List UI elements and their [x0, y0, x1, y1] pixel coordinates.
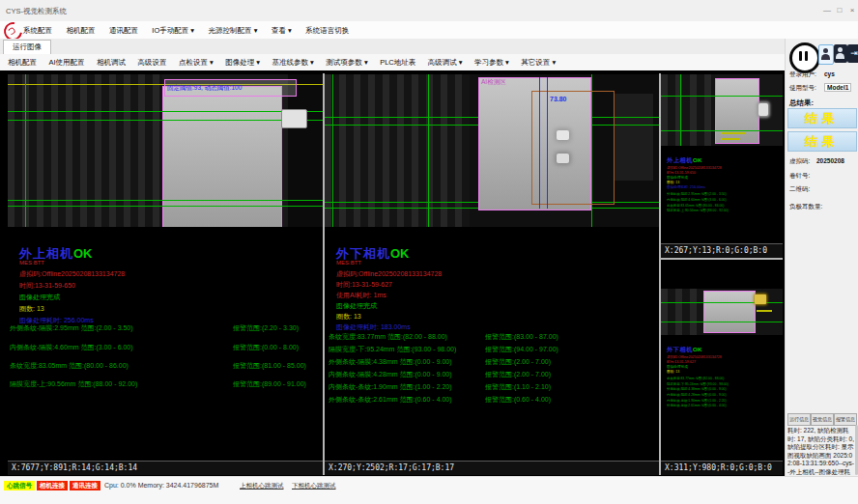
comm-link-status-badge: 通讯连接 [70, 481, 100, 490]
measure-line-blue [547, 77, 548, 209]
camera-small-top-image[interactable] [661, 74, 783, 146]
tool-advanced-settings[interactable]: 高级设置 [137, 58, 166, 68]
machine-background [325, 74, 470, 227]
pixel-coordinate-readout: X:267;Y:13;R:0;G:0;B:0 [661, 243, 783, 258]
menu-system-config[interactable]: 系统配置 [23, 26, 52, 36]
result-ok: OK [73, 246, 93, 261]
exit-button[interactable]: ⇥ [847, 44, 858, 63]
menu-comm-config[interactable]: 通讯配置 [109, 26, 138, 36]
done-line: 图像处理完成 [336, 301, 377, 311]
measurement-row: 条纹宽度:83.77mm 范围:(82.00 - 88.00)报警范围:(83.… [329, 332, 447, 342]
minimize-button[interactable]: — [821, 5, 833, 16]
user-login-button[interactable] [818, 44, 834, 65]
menu-view[interactable]: 查看 ▾ [272, 26, 292, 36]
user-dark-icon [838, 47, 843, 52]
barcode-line: 虚拟码:Offline20250208133134728 [336, 269, 442, 279]
camera-upper-image[interactable]: 固定阈值:93, 动态阈值:100 [8, 74, 323, 227]
measurement-row: 隔膜宽度-上:90.56mm 范围:(88.00 - 92.00)报警范围:(8… [10, 379, 137, 389]
mini-result-block: 外下相机OK 虚拟码:Offline20250208133134728 时间:1… [667, 345, 783, 408]
tool-other-settings[interactable]: 其它设置 ▾ [521, 58, 556, 68]
camera-small-bottom-image[interactable] [661, 289, 783, 335]
user-dark-icon [836, 53, 844, 59]
user-icon [821, 54, 830, 60]
statusbar: 心跳信号 相机连接 通讯连接 Cpu: 0.0% Memory: 3424.41… [0, 476, 858, 504]
pause-button[interactable] [789, 42, 820, 73]
ai-region-label: AI检测区 [481, 78, 506, 87]
tool-camera-debug[interactable]: 相机调试 [97, 58, 126, 68]
separator-film-region [703, 291, 756, 333]
mini-result-block: 外上相机OK 虚拟码:Offline20250208133134728 时间:1… [667, 155, 783, 213]
upper-camera-heartbeat-link[interactable]: 上相机心跳测试 [240, 482, 284, 490]
reference-line-green [428, 74, 429, 227]
camera-panel-upper: 固定阈值:93, 动态阈值:100 外上相机OK MES:BTT 虚拟码:Off… [8, 74, 323, 475]
camera-lower-image[interactable]: 73.80 AI检测区 [325, 74, 659, 227]
menu-language-switch[interactable]: 系统语言切换 [305, 26, 349, 36]
heartbeat-status-badge: 心跳信号 [4, 481, 35, 490]
camera-link-status-badge: 相机连接 [37, 481, 68, 490]
menu-io-manual-config[interactable]: IO手动配置 ▾ [152, 26, 194, 36]
lower-camera-heartbeat-link[interactable]: 下相机心跳测试 [292, 482, 336, 490]
tool-ai-use-config[interactable]: AI使用配置 [48, 58, 84, 68]
tool-learning-params[interactable]: 学习参数 ▾ [474, 58, 509, 68]
camera-panel-small-bottom: 外下相机OK 虚拟码:Offline20250208133134728 时间:1… [661, 260, 783, 475]
machine-background [8, 74, 162, 227]
barcode-line: 虚拟码:Offline20250208133134728 [19, 269, 125, 279]
measurement-row: 内侧条纹-条纹:1.90mm 范围:(1.00 - 2.20)报警范围:(1.1… [329, 382, 452, 392]
info-tab-alarm[interactable]: 报警信息 [834, 413, 857, 426]
reference-line-green [25, 74, 26, 227]
tool-spot-check-settings[interactable]: 点检设置 ▾ [179, 58, 214, 68]
app-window: CYS-视觉检测系统 — □ × 系统配置 相机配置 通讯配置 IO手动配置 ▾… [0, 0, 858, 504]
turns-line: 圈数: 13 [336, 312, 361, 322]
pixel-coordinate-readout: X:7677;Y:891;R:14;G:14;B:14 [8, 461, 323, 475]
control-sidebar: ⇥ 登录用户: cys 使用型号: Model1 总结果: 结果 结果 虚拟码:… [785, 39, 858, 476]
model-value[interactable]: Model1 [824, 83, 851, 92]
tool-test-item-params[interactable]: 测试项参数 ▾ [326, 58, 367, 68]
measure-line-green [8, 206, 323, 207]
tab-connector [281, 109, 307, 128]
tool-image-processing[interactable]: 图像处理 ▾ [225, 58, 260, 68]
total-result-label: 总结果: [789, 98, 814, 108]
turns-line: 圈数: 13 [19, 304, 44, 314]
exit-door-icon: ⇥ [850, 48, 858, 58]
menu-light-control-config[interactable]: 光源控制配置 ▾ [209, 26, 258, 36]
qr-code-label: 二维码: [789, 185, 810, 194]
virtual-code-label: 虚拟码: [789, 157, 810, 166]
camera-panel-small-top: 外上相机OK 虚拟码:Offline20250208133134728 时间:1… [661, 74, 783, 258]
ai-roi-box [531, 91, 615, 205]
user-manage-button[interactable] [834, 44, 847, 63]
bright-spot [557, 130, 569, 140]
tab-run-image[interactable]: 运行图像 [3, 40, 51, 54]
info-tab-run[interactable]: 运行信息 [787, 413, 811, 426]
pause-icon [799, 51, 802, 61]
measurement-row: 外侧条纹-隔膜:2.95mm 范围:(2.00 - 3.50)报警范围:(2.2… [10, 323, 133, 333]
tool-advanced-debug[interactable]: 高级调试 ▾ [428, 58, 463, 68]
tool-camera-config[interactable]: 相机配置 [8, 58, 37, 68]
window-title: CYS-视觉检测系统 [6, 7, 67, 16]
reference-line-green [680, 74, 681, 146]
info-tab-vision[interactable]: 视觉信息 [811, 413, 834, 426]
tool-baseline-params[interactable]: 基准线参数 ▾ [272, 58, 314, 68]
menu-camera-config[interactable]: 相机配置 [66, 26, 95, 36]
measure-line-green [8, 111, 323, 112]
measurement-row: 内侧条纹-隔膜:4.60mm 范围:(3.00 - 6.00)报警范围:(0.0… [10, 343, 133, 352]
tab-row: 运行图像 [0, 39, 785, 55]
negative-tab-count-label: 负极耳数量: [789, 203, 822, 211]
done-line: 图像处理完成 [19, 293, 60, 302]
measurement-row: 隔膜宽度-下:95.24mm 范围:(93.00 - 98.00)报警范围:(9… [329, 345, 456, 354]
bright-spot [758, 103, 768, 116]
maximize-button[interactable]: □ [834, 5, 845, 16]
measurement-row: 条纹宽度:83.05mm 范围:(80.00 - 86.00)报警范围:(81.… [10, 361, 129, 371]
measurement-row: 外侧条纹-条纹:2.61mm 范围:(0.60 - 4.00)报警范围:(0.6… [329, 395, 452, 405]
user-icon [823, 48, 828, 53]
menubar: 系统配置 相机配置 通讯配置 IO手动配置 ▾ 光源控制配置 ▾ 查看 ▾ 系统… [0, 21, 858, 40]
measure-line-green [8, 120, 323, 121]
machine-part [615, 94, 653, 181]
bright-spot [557, 154, 569, 163]
measure-line-green [661, 322, 783, 322]
reference-line-green [332, 74, 333, 227]
close-button[interactable]: × [846, 5, 858, 16]
proc-time-line: 图像处理耗时: 183.00ms [336, 322, 411, 332]
camera-panel-lower: 73.80 AI检测区 外下相机OK MES:BTT 虚拟码:Offline20… [325, 74, 659, 475]
pixel-coordinate-readout: X:270;Y:2502;R:17;G:17;B:17 [325, 461, 659, 475]
tool-plc-address-table[interactable]: PLC地址表 [380, 58, 415, 68]
